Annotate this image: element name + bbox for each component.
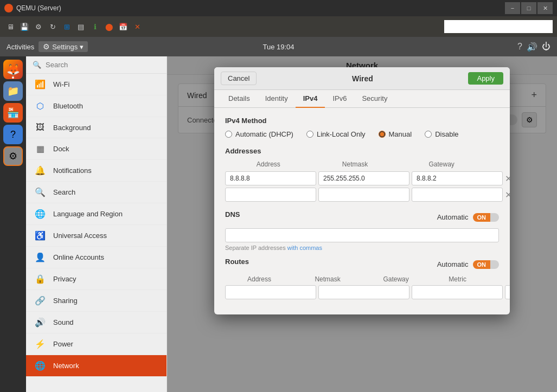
sidebar-item-sharing[interactable]: 🔗 Sharing — [26, 290, 167, 312]
dialog-apply-button[interactable]: Apply — [468, 72, 503, 85]
toolbar-info-icon[interactable]: ℹ — [89, 21, 101, 33]
dns-toggle-off — [490, 213, 499, 222]
top-panel: Activities ⚙ Settings ▾ Tue 19:04 ? 🔊 ⏻ — [0, 37, 557, 56]
remove-address-0-button[interactable]: ✕ — [505, 172, 510, 184]
method-disable-radio[interactable] — [425, 131, 432, 138]
sidebar-item-search[interactable]: 🔍 Search — [26, 182, 167, 203]
access-icon: ♿ — [35, 230, 46, 241]
addresses-section: Addresses Address Netmask Gateway ✕ — [225, 147, 499, 202]
sidebar-search-input[interactable] — [46, 61, 160, 69]
toolbar-redhat-icon[interactable]: ⬤ — [103, 21, 115, 33]
tab-ipv4[interactable]: IPv4 — [296, 90, 325, 108]
address-input-0[interactable] — [225, 171, 316, 185]
dock-firefox-icon[interactable]: 🦊 — [3, 60, 23, 79]
sidebar: 🔍 📶 Wi-Fi ⬡ Bluetooth 🖼 Background ▦ Doc… — [26, 56, 167, 392]
sidebar-item-language[interactable]: 🌐 Language and Region — [26, 203, 167, 225]
sidebar-item-notifications[interactable]: 🔔 Notifications — [26, 160, 167, 182]
netmask-input-0[interactable] — [318, 171, 409, 185]
address-input-1[interactable] — [225, 188, 316, 202]
close-button[interactable]: ✕ — [537, 2, 553, 14]
network-icon: 🌐 — [35, 361, 46, 371]
volume-icon[interactable]: 🔊 — [527, 42, 537, 52]
dock-settings-icon[interactable]: ⚙ — [3, 146, 23, 166]
toolbar-search-input[interactable] — [444, 20, 553, 33]
method-disable-option[interactable]: Disable — [425, 130, 458, 138]
sidebar-item-access[interactable]: ♿ Universal Access — [26, 225, 167, 247]
route-netmask-input[interactable] — [318, 285, 409, 299]
toolbar-floppy-icon[interactable]: 💾 — [18, 21, 30, 33]
ipv4-method-section: IPv4 Method Automatic (DHCP) Link-Local … — [225, 117, 499, 138]
netmask-input-1[interactable] — [318, 188, 409, 202]
settings-menu-label: Settings — [52, 43, 78, 51]
toolbar-close-icon[interactable]: ✕ — [131, 21, 143, 33]
method-link-local-option[interactable]: Link-Local Only — [306, 130, 366, 138]
sidebar-item-power[interactable]: ⚡ Power — [26, 333, 167, 355]
sidebar-item-sound[interactable]: 🔊 Sound — [26, 312, 167, 333]
dns-section: DNS Automatic ON Separate IP a — [225, 210, 499, 251]
routes-col-headers: Address Netmask Gateway Metric — [225, 275, 499, 283]
routes-toggle-off — [490, 260, 499, 269]
dns-input-field[interactable] — [225, 228, 499, 242]
address-row-0: ✕ — [225, 171, 499, 185]
maximize-button[interactable]: □ — [521, 2, 536, 14]
dialog-tabs: Details Identity IPv4 IPv6 Security — [214, 90, 510, 108]
sidebar-item-notifications-label: Notifications — [53, 166, 92, 175]
sidebar-item-language-label: Language and Region — [53, 210, 123, 218]
ipv4-method-label: IPv4 Method — [225, 117, 499, 125]
toolbar-refresh-icon[interactable]: ↻ — [47, 21, 59, 33]
notifications-icon: 🔔 — [35, 165, 46, 176]
sidebar-item-background[interactable]: 🖼 Background — [26, 117, 167, 138]
toolbar-calendar-icon[interactable]: 📅 — [117, 21, 129, 33]
route-address-input[interactable] — [225, 285, 316, 299]
sidebar-item-privacy[interactable]: 🔒 Privacy — [26, 268, 167, 290]
gateway-input-1[interactable] — [412, 188, 503, 202]
route-metric-input[interactable] — [505, 285, 510, 299]
routes-toggle-on: ON — [473, 260, 491, 269]
routes-automatic-row: Automatic ON — [437, 260, 499, 269]
addresses-label: Addresses — [225, 147, 499, 155]
power-icon[interactable]: ⏻ — [542, 42, 550, 52]
routes-toggle[interactable]: ON — [473, 260, 500, 269]
sidebar-item-online-accounts[interactable]: 👤 Online Accounts — [26, 247, 167, 268]
dialog-cancel-button[interactable]: Cancel — [221, 72, 257, 85]
minimize-button[interactable]: − — [505, 2, 520, 14]
language-icon: 🌐 — [35, 209, 46, 219]
window-icon — [4, 4, 13, 12]
tab-ipv6[interactable]: IPv6 — [325, 90, 354, 108]
sidebar-item-wifi[interactable]: 📶 Wi-Fi — [26, 74, 167, 95]
sidebar-item-dock[interactable]: ▦ Dock — [26, 138, 167, 160]
sidebar-item-network[interactable]: 🌐 Network — [26, 355, 167, 377]
search-icon: 🔍 — [35, 187, 46, 197]
method-dhcp-option[interactable]: Automatic (DHCP) — [225, 130, 293, 138]
tab-identity[interactable]: Identity — [258, 90, 296, 108]
sidebar-item-bluetooth[interactable]: ⬡ Bluetooth — [26, 95, 167, 117]
remove-address-1-button[interactable]: ✕ — [505, 189, 510, 201]
gateway-input-0[interactable] — [412, 171, 503, 185]
dock-software-icon[interactable]: 🏪 — [3, 103, 23, 123]
dock-help-icon[interactable]: ? — [3, 125, 23, 144]
method-manual-option[interactable]: Manual — [379, 130, 412, 138]
toolbar-computer-icon[interactable]: 🖥 — [4, 21, 16, 33]
method-dhcp-radio[interactable] — [225, 131, 232, 138]
dock-files-icon[interactable]: 📁 — [3, 81, 23, 101]
tab-details[interactable]: Details — [221, 90, 258, 108]
routes-col-netmask-label: Netmask — [293, 275, 362, 283]
dns-header-row: DNS Automatic ON — [225, 210, 499, 224]
dns-hint-link[interactable]: with commas — [287, 245, 322, 251]
method-manual-radio[interactable] — [379, 131, 386, 138]
toolbar-barcode-icon[interactable]: ▤ — [75, 21, 87, 33]
activities-button[interactable]: Activities — [7, 43, 39, 51]
question-icon[interactable]: ? — [517, 42, 522, 52]
sidebar-item-dock-label: Dock — [53, 145, 69, 153]
accounts-icon: 👤 — [35, 252, 46, 262]
toolbar-gear-icon[interactable]: ⚙ — [33, 21, 44, 33]
toolbar-windows-icon[interactable]: ⊞ — [61, 21, 73, 33]
method-link-local-radio[interactable] — [306, 131, 313, 138]
dns-toggle[interactable]: ON — [473, 213, 500, 222]
routes-auto-label: Automatic — [437, 260, 469, 268]
tab-security[interactable]: Security — [354, 90, 395, 108]
settings-menu-button[interactable]: ⚙ Settings ▾ — [39, 41, 88, 52]
clock-display: Tue 19:04 — [263, 43, 294, 51]
sidebar-item-privacy-label: Privacy — [53, 275, 76, 283]
route-gateway-input[interactable] — [412, 285, 503, 299]
